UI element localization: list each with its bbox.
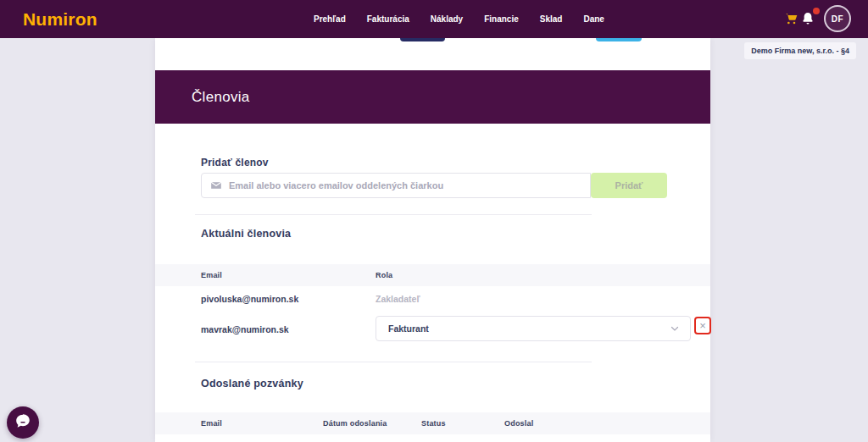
email-input-wrap bbox=[201, 173, 591, 198]
hidden-button-navy[interactable] bbox=[400, 38, 445, 41]
add-members-heading: Pridať členov bbox=[201, 157, 269, 169]
chevron-down-icon bbox=[670, 323, 680, 334]
role-select[interactable]: Fakturant bbox=[376, 316, 691, 341]
add-members-email-input[interactable] bbox=[229, 180, 581, 191]
column-header-status: Status bbox=[421, 412, 446, 434]
table-row bbox=[155, 434, 710, 442]
annotation-highlight: × bbox=[694, 317, 711, 334]
column-header-email: Email bbox=[201, 412, 222, 434]
column-header-rola: Rola bbox=[376, 264, 392, 286]
member-email: pivoluska@numiron.sk bbox=[201, 286, 298, 312]
chat-button[interactable] bbox=[7, 406, 39, 439]
topbar: Numiron Prehľad Fakturácia Náklady Finan… bbox=[0, 0, 868, 38]
add-members-button[interactable]: Pridať bbox=[591, 173, 667, 198]
divider bbox=[195, 362, 592, 362]
cart-icon[interactable] bbox=[785, 12, 798, 25]
sent-invitations-heading: Odoslané pozvánky bbox=[201, 378, 303, 390]
chat-bubble-icon bbox=[14, 412, 32, 434]
members-card: Členovia Pridať členov Pridať Aktuálni č… bbox=[155, 38, 710, 442]
close-icon: × bbox=[699, 319, 706, 332]
column-header-odoslal: Odoslal bbox=[504, 412, 533, 434]
divider bbox=[195, 214, 592, 215]
hidden-button-blue[interactable] bbox=[596, 38, 642, 41]
sent-invitations-table-header: Email Dátum odoslania Status Odoslal bbox=[155, 412, 710, 434]
nav-item-financie[interactable]: Financie bbox=[484, 14, 519, 24]
notification-dot bbox=[813, 8, 820, 14]
page-title: Členovia bbox=[192, 89, 250, 106]
main-nav: Prehľad Fakturácia Náklady Financie Skla… bbox=[314, 0, 604, 38]
column-header-email: Email bbox=[201, 264, 222, 286]
avatar[interactable]: DF bbox=[824, 5, 851, 32]
app-logo[interactable]: Numiron bbox=[23, 0, 97, 38]
nav-item-sklad[interactable]: Sklad bbox=[540, 14, 563, 24]
remove-member-button[interactable]: × bbox=[699, 320, 706, 331]
company-badge: Demo Firma new, s.r.o. - §4 bbox=[744, 42, 856, 59]
current-members-table-header: Email Rola bbox=[155, 264, 710, 286]
envelope-icon bbox=[210, 180, 222, 191]
nav-item-dane[interactable]: Dane bbox=[583, 14, 604, 24]
column-header-datum: Dátum odoslania bbox=[323, 412, 387, 434]
member-email: mavrak@numiron.sk bbox=[201, 312, 289, 347]
nav-item-naklady[interactable]: Náklady bbox=[431, 14, 463, 24]
page-title-band: Členovia bbox=[155, 70, 710, 124]
member-role-static: Zakladateľ bbox=[376, 286, 420, 312]
nav-item-prehlad[interactable]: Prehľad bbox=[314, 14, 346, 24]
nav-item-fakturacia[interactable]: Fakturácia bbox=[367, 14, 409, 24]
current-members-heading: Aktuálni členovia bbox=[201, 228, 291, 240]
role-select-value: Fakturant bbox=[388, 323, 429, 334]
